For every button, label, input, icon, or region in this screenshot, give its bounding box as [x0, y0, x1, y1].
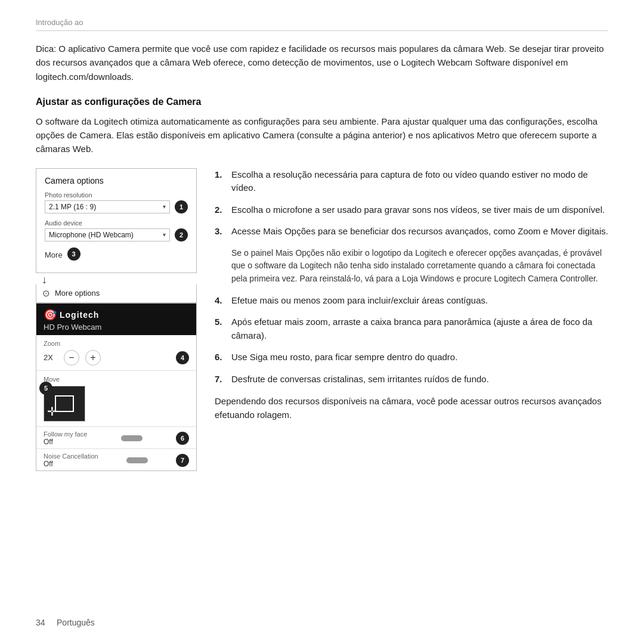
steps-list-2: 4. Efetue mais ou menos zoom para inclui…: [215, 294, 608, 386]
audio-device-select[interactable]: Microphone (HD Webcam) ▾: [45, 228, 170, 242]
step-badge-3: 3: [67, 247, 80, 261]
footer-note: Dependendo dos recursos disponíveis na c…: [215, 394, 608, 422]
zoom-out-button[interactable]: −: [64, 350, 79, 366]
step-4-num: 4.: [215, 294, 227, 308]
audio-device-row: Microphone (HD Webcam) ▾ 2: [45, 228, 188, 242]
right-column: 1. Escolha a resolução necessária para c…: [215, 168, 608, 422]
zoom-section: Zoom 2X − + 4: [36, 335, 196, 371]
noise-value: Off: [44, 460, 98, 468]
step-1-text: Escolha a resolução necessária para capt…: [231, 168, 608, 195]
zoom-in-button[interactable]: +: [85, 350, 101, 366]
step-6-text: Use Siga meu rosto, para ficar sempre de…: [231, 351, 457, 364]
move-label: Move: [44, 376, 189, 383]
step-badge-7: 7: [176, 454, 189, 467]
more-options-label: More options: [55, 289, 100, 298]
step-6: 6. Use Siga meu rosto, para ficar sempre…: [215, 351, 608, 364]
step-badge-4: 4: [176, 351, 189, 364]
arrow-container: ↓: [36, 274, 197, 285]
move-inner-box: [55, 395, 74, 412]
page: Introdução ao Dica: O aplicativo Camera …: [0, 0, 644, 489]
step-6-num: 6.: [215, 351, 227, 364]
camera-options-title: Camera options: [45, 176, 188, 185]
step-3-note: Se o painel Mais Opções não exibir o log…: [215, 247, 608, 286]
step-badge-1: 1: [175, 200, 188, 213]
step-5-num: 5.: [215, 315, 227, 342]
two-col-layout: Camera options Photo resolution 2.1 MP (…: [36, 168, 608, 471]
more-label[interactable]: More: [45, 250, 63, 259]
move-row: 5 ✛: [44, 386, 189, 422]
follow-section: Follow my face Off 6: [36, 427, 196, 449]
move-box[interactable]: 5 ✛: [44, 386, 85, 422]
step-1: 1. Escolha a resolução necessária para c…: [215, 168, 608, 195]
follow-value: Off: [44, 438, 87, 446]
back-icon: ⊙: [42, 288, 50, 299]
step-2-text: Escolha o microfone a ser usado para gra…: [231, 203, 605, 217]
step-2: 2. Escolha o microfone a ser usado para …: [215, 203, 608, 217]
page-footer: 34 Português: [36, 618, 95, 627]
step-3-num: 3.: [215, 225, 227, 239]
photo-res-label: Photo resolution: [45, 191, 188, 199]
tip-text: Dica: O aplicativo Camera permite que vo…: [36, 42, 608, 83]
page-lang: Português: [57, 618, 95, 627]
step-5: 5. Após efetuar mais zoom, arraste a cai…: [215, 315, 608, 342]
section-heading: Ajustar as configurações de Camera: [36, 97, 608, 107]
step-5-text: Após efetuar mais zoom, arraste a caixa …: [231, 315, 608, 342]
follow-info: Follow my face Off: [44, 431, 87, 446]
page-number: 34: [36, 618, 45, 627]
follow-toggle[interactable]: [121, 435, 143, 441]
steps-list: 1. Escolha a resolução necessária para c…: [215, 168, 608, 239]
step-3: 3. Acesse Mais Opções para se beneficiar…: [215, 225, 608, 239]
left-column: Camera options Photo resolution 2.1 MP (…: [36, 168, 197, 471]
move-cross-icon: ✛: [47, 404, 57, 419]
step-1-num: 1.: [215, 168, 227, 195]
noise-label: Noise Cancellation: [44, 453, 98, 460]
audio-device-arrow: ▾: [163, 231, 166, 238]
more-row: More 3: [45, 247, 188, 261]
logitech-logo-icon: 🎯: [44, 308, 57, 321]
photo-res-select[interactable]: 2.1 MP (16 : 9) ▾: [45, 200, 170, 213]
photo-res-row: 2.1 MP (16 : 9) ▾ 1: [45, 200, 188, 213]
step-4: 4. Efetue mais ou menos zoom para inclui…: [215, 294, 608, 308]
step-2-num: 2.: [215, 203, 227, 217]
zoom-value: 2X: [44, 353, 58, 362]
arrow-down-icon: ↓: [42, 274, 47, 285]
audio-device-value: Microphone (HD Webcam): [49, 231, 134, 239]
step-3-text: Acesse Mais Opções para se beneficiar do…: [231, 225, 608, 239]
camera-options-panel: Camera options Photo resolution 2.1 MP (…: [36, 168, 197, 273]
logitech-device: HD Pro Webcam: [44, 323, 189, 332]
zoom-row: 2X − + 4: [44, 350, 189, 366]
zoom-label: Zoom: [44, 340, 189, 347]
noise-section: Noise Cancellation Off 7: [36, 449, 196, 470]
logitech-header: 🎯 Logitech HD Pro Webcam: [36, 304, 196, 335]
logitech-logo: 🎯 Logitech: [44, 308, 189, 321]
audio-device-label: Audio device: [45, 219, 188, 227]
more-options-bar: ⊙ More options: [36, 284, 197, 303]
step-4-text: Efetue mais ou menos zoom para incluir/e…: [231, 294, 488, 308]
follow-label: Follow my face: [44, 431, 87, 438]
step-badge-6: 6: [176, 432, 189, 445]
section-body: O software da Logitech otimiza automatic…: [36, 114, 608, 156]
step-7-num: 7.: [215, 373, 227, 386]
logitech-brand: Logitech: [60, 310, 99, 320]
move-section: Move 5 ✛: [36, 371, 196, 427]
step-7-text: Desfrute de conversas cristalinas, sem i…: [231, 373, 489, 386]
intro-label: Introdução ao: [36, 18, 608, 31]
photo-res-value: 2.1 MP (16 : 9): [49, 203, 96, 211]
logitech-panel: 🎯 Logitech HD Pro Webcam Zoom 2X − + 4: [36, 303, 197, 471]
noise-toggle[interactable]: [126, 457, 148, 463]
step-7: 7. Desfrute de conversas cristalinas, se…: [215, 373, 608, 386]
step-badge-5: 5: [39, 382, 52, 395]
step-badge-2: 2: [175, 228, 188, 242]
noise-info: Noise Cancellation Off: [44, 453, 98, 468]
photo-res-arrow: ▾: [163, 203, 166, 210]
